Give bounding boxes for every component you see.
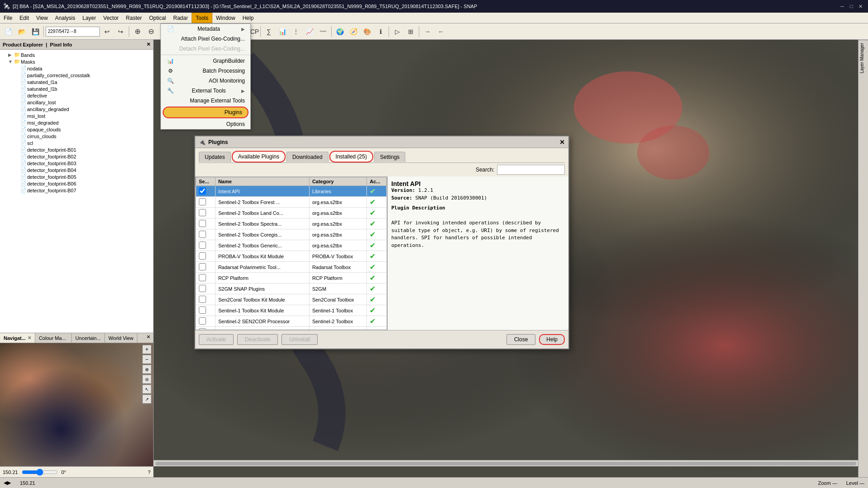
tree-item-msi-lost[interactable]: 📄msi_lost [2,112,151,119]
toolbar-spectrum[interactable]: 〰 [317,25,329,38]
menu-raster[interactable]: Raster [122,13,145,23]
activate-button[interactable]: Activate [199,334,234,345]
deactivate-button[interactable]: Deactivate [237,334,278,345]
toolbar-layer[interactable]: ⊞ [404,25,417,38]
plugin-check[interactable] [199,231,206,238]
dropdown-manage-external-tools[interactable]: Manage External Tools [161,96,250,106]
menu-layer[interactable]: Layer [79,13,100,23]
nav-pan-down-right[interactable]: ↗ [142,395,151,404]
horizontal-scrollbar[interactable] [154,460,858,466]
menu-analysis[interactable]: Analysis [52,13,79,23]
plugin-row-sen2coral[interactable]: Sen2Coral Toolbox Kit Module Sen2Coral T… [196,294,387,305]
plugin-row-s1[interactable]: Sentinel-1 Toolbox Kit Module Sentinel-1… [196,305,387,316]
toolbar-scatter[interactable]: ⋮ [290,25,302,38]
product-tree[interactable]: ▶📁Bands ▼📁Masks 📄nodata 📄partially_corre… [0,50,153,333]
toolbar-stats[interactable]: ∑ [263,25,275,38]
nav-tab-worldview[interactable]: World View [105,333,137,343]
nav-tab-close[interactable]: ✕ [28,335,31,340]
tree-item-opaque-clouds[interactable]: 📄opaque_clouds [2,126,151,133]
toolbar-back[interactable]: ← [435,25,447,38]
plugin-check[interactable] [199,209,206,216]
menu-window[interactable]: Window [212,13,239,23]
plugins-tab-available[interactable]: Available Plugins [232,151,286,163]
tree-item-det-b04[interactable]: 📄detector_footprint-B04 [2,167,151,173]
tree-item-bands[interactable]: ▶📁Bands [2,51,151,58]
dropdown-attach-pixel[interactable]: Attach Pixel Geo-Coding... [161,34,250,44]
tree-item-det-b07[interactable]: 📄detector_footprint-B07 [2,187,151,194]
menu-vector[interactable]: Vector [100,13,122,23]
dropdown-options[interactable]: Options [161,119,250,129]
toolbar-arrow[interactable]: → [421,25,434,38]
dropdown-metadata[interactable]: 📄 Metadata ▶ [161,24,250,34]
plugin-row-rcp[interactable]: RCP Platform RCP Platform ✔ [196,273,387,284]
uninstall-button[interactable]: Uninstall [282,334,318,345]
plugins-tab-downloaded[interactable]: Downloaded [286,152,328,162]
nav-zoom-in[interactable]: + [142,345,151,354]
plugins-search-input[interactable] [497,165,565,175]
plugin-row-sen2cor[interactable]: Sentinel-2 SEN2COR Processor Sentinel-2 … [196,316,387,327]
tree-item-ancillary-lost[interactable]: 📄ancillary_lost [2,99,151,106]
plugin-check[interactable] [199,220,206,227]
tree-item-saturated-l1a[interactable]: 📄saturated_l1a [2,79,151,85]
plugin-check[interactable] [199,307,206,314]
toolbar-nav[interactable]: 🧭 [347,25,360,38]
nav-tab-uncertainty[interactable]: Uncertain... [72,333,105,343]
nav-zoom-out[interactable]: − [142,355,151,364]
tree-item-partially[interactable]: 📄partially_corrected_crosstalk [2,72,151,79]
plugin-check[interactable] [199,274,206,281]
toolbar-undo[interactable]: ↩ [101,25,113,38]
plugin-row-s2-generic[interactable]: Sentinel-2 Toolbox Generic... org.esa.s2… [196,240,387,251]
tree-item-defective[interactable]: 📄defective [2,92,151,99]
nav-pan-up-left[interactable]: ↖ [142,385,151,394]
toolbar-worldmap[interactable]: 🌍 [333,25,346,38]
menu-file[interactable]: File [0,13,16,23]
plugin-row-proba[interactable]: PROBA-V Toolbox Kit Module PROBA-V Toolb… [196,251,387,262]
plugin-check[interactable] [199,187,206,195]
maximize-button[interactable]: □ [847,2,855,10]
plugin-row-s2-coregis[interactable]: Sentinel-2 Toolbox Coregis... org.esa.s2… [196,229,387,240]
tree-item-det-b05[interactable]: 📄detector_footprint-B05 [2,173,151,180]
tree-item-det-b02[interactable]: 📄detector_footprint-B02 [2,153,151,160]
tree-item-det-b03[interactable]: 📄detector_footprint-B03 [2,160,151,167]
plugin-row-s2-forest[interactable]: Sentinel-2 Toolbox Forest ... org.esa.s2… [196,197,387,208]
menu-edit[interactable]: Edit [16,13,33,23]
plugin-row-s2-land[interactable]: Sentinel-2 Toolbox Land Co... org.esa.s2… [196,208,387,218]
tree-item-det-b01[interactable]: 📄detector_footprint-B01 [2,146,151,153]
tree-item-scl[interactable]: 📄scl [2,139,151,146]
toolbar-zoom-in[interactable]: ⊕ [131,25,144,38]
menu-radar[interactable]: Radar [169,13,192,23]
plugin-check[interactable] [199,285,206,292]
tree-item-det-b06[interactable]: 📄detector_footprint-B06 [2,180,151,187]
plugins-tab-installed[interactable]: Installed (25) [329,151,373,163]
plugin-row-radarsat[interactable]: Radarsat Polarimetric Tool... Radarsat T… [196,262,387,273]
dropdown-batch-processing[interactable]: ⚙ Batch Processing [161,66,250,76]
menu-tools[interactable]: Tools [192,13,212,23]
tree-item-msi-degraded[interactable]: 📄msi_degraded [2,119,151,126]
menu-help[interactable]: Help [239,13,258,23]
plugin-check[interactable] [199,252,206,260]
plugin-row-intent-api[interactable]: Intent API Libraries ✔ [196,186,387,197]
plugin-row-s2-spectra[interactable]: Sentinel-2 Toolbox Spectra... org.esa.s2… [196,218,387,229]
help-button[interactable]: Help [539,334,565,345]
toolbar-open[interactable]: 📂 [15,25,28,38]
toolbar-save[interactable]: 💾 [29,25,42,38]
nav-help-icon[interactable]: ? [148,469,150,475]
plugin-check[interactable] [199,198,206,205]
plugin-check[interactable] [199,296,206,303]
tree-item-ancillary-degraded[interactable]: 📄ancillary_degraded [2,106,151,112]
toolbar-hist[interactable]: 📊 [276,25,289,38]
nav-panel-close[interactable]: ✕ [144,333,153,343]
nav-tab-navigator[interactable]: Navigat...✕ [0,333,35,343]
product-explorer-close[interactable]: ✕ [146,42,150,47]
toolbar-pixel-info[interactable]: ℹ [374,25,387,38]
nav-zoom-out2[interactable]: ⊖ [142,375,151,384]
plugin-check[interactable] [199,328,206,330]
toolbar-zoom-out[interactable]: ⊖ [145,25,157,38]
nav-zoom-in2[interactable]: ⊕ [142,365,151,374]
layer-manager-tab[interactable]: Layer Manager [859,40,868,76]
dropdown-external-tools[interactable]: 🔧 External Tools ▶ [161,86,250,96]
toolbar-vector[interactable]: ▷ [391,25,404,38]
close-button[interactable]: Close [507,334,536,345]
tree-item-saturated-l1b[interactable]: 📄saturated_l1b [2,85,151,92]
dropdown-plugins[interactable]: Plugins [163,107,249,118]
